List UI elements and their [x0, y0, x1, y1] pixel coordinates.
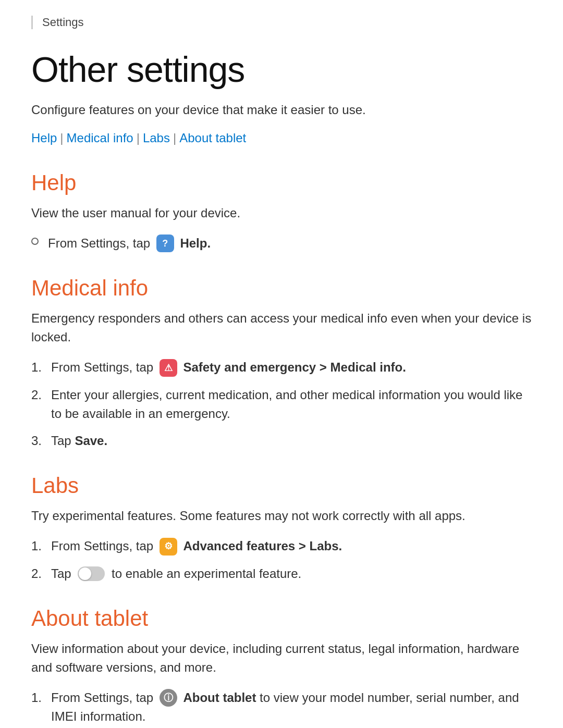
advanced-features-icon: ⚙ [160, 538, 177, 556]
help-description: View the user manual for your device. [31, 204, 532, 223]
medical-info-title: Medical info [31, 276, 532, 301]
nav-link-about-tablet[interactable]: About tablet [179, 131, 246, 145]
medical-info-description: Emergency responders and others can acce… [31, 309, 532, 347]
nav-link-help[interactable]: Help [31, 131, 57, 145]
toggle-knob [79, 567, 91, 580]
medical-info-section: Medical info Emergency responders and ot… [31, 276, 532, 450]
nav-link-medical-info[interactable]: Medical info [67, 131, 133, 145]
help-app-icon: ? [156, 235, 174, 252]
bullet-icon [31, 238, 39, 245]
toggle-switch-icon [78, 566, 105, 581]
breadcrumb-label: Settings [42, 16, 84, 29]
about-tablet-steps: From Settings, tap ⓘ About tablet to vie… [31, 688, 532, 728]
breadcrumb: Settings [31, 16, 532, 29]
help-title: Help [31, 170, 532, 195]
medical-step-1: From Settings, tap ⚠ Safety and emergenc… [31, 358, 532, 377]
nav-sep-2: | [137, 131, 140, 145]
labs-step-2: Tap to enable an experimental feature. [31, 564, 532, 583]
labs-description: Try experimental features. Some features… [31, 507, 532, 525]
about-step-1: From Settings, tap ⓘ About tablet to vie… [31, 688, 532, 726]
medical-step-3-text: Tap Save. [51, 431, 107, 450]
about-tablet-description: View information about your device, incl… [31, 639, 532, 677]
page: Settings Other settings Configure featur… [0, 0, 563, 728]
labs-steps: From Settings, tap ⚙ Advanced features >… [31, 537, 532, 583]
labs-step-2-text: Tap to enable an experimental feature. [51, 564, 301, 583]
page-subtitle: Configure features on your device that m… [31, 101, 532, 119]
safety-app-icon: ⚠ [160, 359, 177, 377]
about-tablet-section: About tablet View information about your… [31, 606, 532, 728]
about-tablet-title: About tablet [31, 606, 532, 631]
labs-section: Labs Try experimental features. Some fea… [31, 473, 532, 583]
help-bullet: From Settings, tap ? Help. [31, 234, 532, 253]
nav-sep-1: | [60, 131, 63, 145]
medical-info-steps: From Settings, tap ⚠ Safety and emergenc… [31, 358, 532, 450]
nav-links: Help | Medical info | Labs | About table… [31, 131, 532, 145]
nav-sep-3: | [173, 131, 176, 145]
medical-step-3: Tap Save. [31, 431, 532, 450]
help-section: Help View the user manual for your devic… [31, 170, 532, 253]
about-step-1-text: From Settings, tap ⓘ About tablet to vie… [51, 688, 532, 726]
page-title: Other settings [31, 50, 532, 89]
help-bullet-text: From Settings, tap ? Help. [48, 234, 211, 253]
medical-step-1-text: From Settings, tap ⚠ Safety and emergenc… [51, 358, 406, 377]
labs-title: Labs [31, 473, 532, 498]
labs-step-1-text: From Settings, tap ⚙ Advanced features >… [51, 537, 342, 556]
medical-step-2-text: Enter your allergies, current medication… [51, 386, 532, 423]
medical-step-2: Enter your allergies, current medication… [31, 386, 532, 423]
labs-step-1: From Settings, tap ⚙ Advanced features >… [31, 537, 532, 556]
nav-link-labs[interactable]: Labs [143, 131, 170, 145]
about-tablet-icon: ⓘ [160, 689, 177, 707]
